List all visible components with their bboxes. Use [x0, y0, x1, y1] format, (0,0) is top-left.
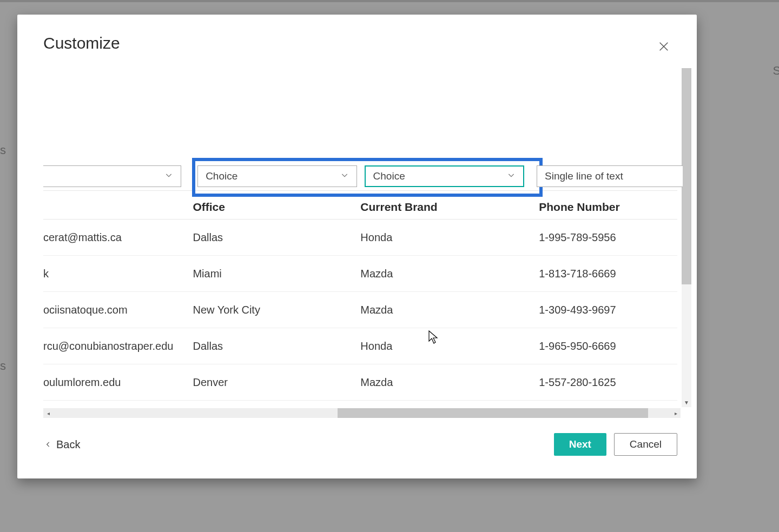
column-type-cell: Single line of text	[526, 165, 677, 187]
dropdown-value: Choice	[373, 170, 405, 182]
table-row: oulumlorem.edu Denver Mazda 1-557-280-16…	[43, 364, 677, 401]
chevron-down-icon	[164, 170, 173, 182]
data-grid: Choice Choice Single line of text	[43, 165, 677, 401]
cell-email: k	[43, 268, 193, 280]
scroll-down-arrow-icon[interactable]: ▼	[682, 397, 691, 407]
column-type-cell: Choice	[359, 165, 526, 187]
horizontal-scrollbar-thumb[interactable]	[338, 408, 648, 418]
cell-office: Dallas	[193, 231, 360, 244]
chevron-left-icon	[44, 438, 52, 451]
cell-phone: 1-557-280-1625	[528, 376, 677, 389]
footer-buttons: Next Cancel	[554, 433, 677, 456]
cell-phone: 1-965-950-6669	[528, 340, 677, 353]
table-row: k Miami Mazda 1-813-718-6669	[43, 256, 677, 292]
scroll-left-arrow-icon[interactable]: ◂	[43, 408, 53, 418]
dropdown-value: Choice	[206, 170, 237, 182]
column-header: Current Brand	[360, 201, 528, 214]
column-header-row: Office Current Brand Phone Number	[43, 191, 677, 220]
close-button[interactable]	[655, 37, 673, 57]
table-row: cerat@mattis.ca Dallas Honda 1-995-789-5…	[43, 220, 677, 256]
cell-email: ociisnatoque.com	[43, 304, 193, 316]
cancel-button[interactable]: Cancel	[614, 433, 677, 456]
cell-brand: Mazda	[360, 376, 528, 389]
column-header: Phone Number	[528, 201, 677, 214]
column-header	[43, 201, 193, 214]
chevron-down-icon	[340, 170, 349, 182]
cell-phone: 1-309-493-9697	[528, 304, 677, 316]
table-row: ociisnatoque.com New York City Mazda 1-3…	[43, 292, 677, 328]
column-type-dropdown[interactable]: Choice	[365, 165, 524, 187]
close-icon	[658, 46, 670, 54]
back-button[interactable]: Back	[44, 438, 80, 451]
back-label: Back	[56, 438, 80, 451]
column-type-row: Choice Choice Single line of text	[43, 165, 677, 191]
modal-footer: Back Next Cancel	[17, 421, 697, 478]
cell-brand: Mazda	[360, 304, 528, 316]
cell-office: Miami	[193, 268, 360, 280]
column-type-cell	[43, 165, 192, 187]
dropdown-value: Single line of text	[545, 170, 623, 182]
cell-office: New York City	[193, 304, 360, 316]
column-type-dropdown[interactable]	[43, 165, 181, 187]
modal-title: Customize	[43, 34, 120, 52]
column-type-dropdown[interactable]: Single line of text	[537, 165, 683, 187]
column-type-dropdown[interactable]: Choice	[197, 165, 357, 187]
cell-email: oulumlorem.edu	[43, 376, 193, 389]
vertical-scrollbar-thumb[interactable]	[682, 68, 691, 284]
column-header: Office	[193, 201, 360, 214]
chevron-down-icon	[507, 170, 516, 182]
cell-office: Dallas	[193, 340, 360, 353]
cell-brand: Honda	[360, 340, 528, 353]
cell-brand: Honda	[360, 231, 528, 244]
table-row: rcu@conubianostraper.edu Dallas Honda 1-…	[43, 328, 677, 364]
cell-email: cerat@mattis.ca	[43, 231, 193, 244]
scroll-area: ▲ ▼ ◂ ▸ Choice	[17, 68, 692, 419]
cell-brand: Mazda	[360, 268, 528, 280]
cell-phone: 1-995-789-5956	[528, 231, 677, 244]
cell-email: rcu@conubianostraper.edu	[43, 340, 193, 353]
next-button[interactable]: Next	[554, 433, 606, 456]
modal-header: Customize	[17, 15, 697, 57]
cell-office: Denver	[193, 376, 360, 389]
customize-modal: Customize ▲ ▼ ◂ ▸	[17, 15, 697, 478]
scroll-right-arrow-icon[interactable]: ▸	[671, 408, 681, 418]
column-type-cell: Choice	[192, 165, 359, 187]
cell-phone: 1-813-718-6669	[528, 268, 677, 280]
